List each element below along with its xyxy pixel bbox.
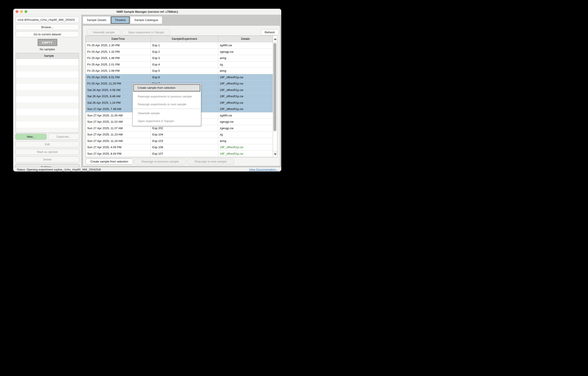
- cell-datetime: Sun 27 Apr 2025, 11.24 AM: [86, 138, 151, 144]
- cell-datetime: Fri 25 Apr 2025, 2.06 PM: [86, 68, 151, 74]
- column-header-details[interactable]: Details: [218, 36, 273, 42]
- cell-experiment: Exp 4: [151, 62, 218, 68]
- scrollbar-track[interactable]: [273, 42, 277, 151]
- sample-table-icon-column: [16, 53, 19, 59]
- table-row[interactable]: Sun 27 Apr 2025, 4.05 PMExp 10619F_offre…: [86, 144, 273, 151]
- magnet-status-badge: EMPTY: [38, 39, 57, 46]
- duplicate-sample-button[interactable]: Duplicate...: [48, 134, 79, 140]
- timeline-table-header: Date/Time Sample/Experiment Details: [86, 36, 273, 42]
- cell-details: 19F_offresR1p.cw: [218, 106, 273, 112]
- sample-table-body[interactable]: [16, 59, 79, 133]
- cell-details: zg490.cw: [218, 113, 273, 119]
- status-bar: Status: Opening experiment sophia_r1rho_…: [13, 167, 281, 171]
- cell-details: zg490.cw: [218, 42, 273, 49]
- context-menu-item: View/edit sample: [133, 109, 200, 117]
- table-row[interactable]: Fri 25 Apr 2025, 1.30 PMExp 1zg490.cw: [86, 42, 273, 49]
- cell-datetime: Sun 27 Apr 2025, 4.05 PM: [86, 144, 151, 150]
- dataset-path-input[interactable]: [16, 17, 79, 23]
- cell-experiment: Exp 104: [151, 131, 218, 138]
- vertical-scrollbar[interactable]: [273, 36, 277, 157]
- context-menu: Create sample from selectionReassign exp…: [132, 84, 201, 126]
- cell-details: aring: [218, 68, 273, 74]
- context-menu-item: Open experiment in Topspin: [133, 117, 200, 125]
- arrow-up-icon: [274, 38, 277, 40]
- goto-current-dataset-button[interactable]: Go to current dataset: [16, 31, 79, 37]
- edit-sample-button[interactable]: Edit: [15, 141, 79, 147]
- table-row[interactable]: Fri 25 Apr 2025, 2.01 PMExp 4zg: [86, 62, 273, 68]
- reassign-next-sample-button[interactable]: Reassign to next sample: [187, 158, 234, 165]
- browse-button[interactable]: Browse...: [16, 24, 79, 30]
- column-header-datetime[interactable]: Date/Time: [86, 36, 151, 42]
- cell-experiment: Exp 2: [151, 49, 218, 55]
- cell-experiment: Exp 1: [151, 42, 218, 49]
- scroll-up-button[interactable]: [273, 36, 277, 42]
- cell-datetime: Sun 27 Apr 2025, 11.23 AM: [86, 131, 151, 138]
- cell-details: zg: [218, 62, 273, 68]
- cell-details: aring: [218, 138, 273, 144]
- table-row[interactable]: Fri 25 Apr 2025, 2.06 PMExp 5aring: [86, 68, 273, 74]
- open-topspin-button[interactable]: Open experiment in Topspin: [122, 29, 170, 35]
- traffic-lights: [16, 9, 27, 15]
- cell-details: zgesgp.cw: [218, 119, 273, 125]
- tab-timeline[interactable]: Timeline: [111, 17, 130, 24]
- cell-experiment: Exp 3: [151, 55, 218, 61]
- view-documentation-link[interactable]: View Documentation...: [249, 168, 278, 171]
- window-titlebar[interactable]: NMR Sample Manager (version ref: c788bdc…: [13, 9, 281, 15]
- close-window-button[interactable]: [16, 10, 18, 13]
- mark-ejected-button[interactable]: Mark as ejected: [15, 149, 79, 155]
- delete-sample-button[interactable]: Delete: [15, 157, 79, 163]
- cell-datetime: Sun 27 Apr 2025, 8.43 PM: [86, 151, 151, 157]
- cell-experiment: Exp 107: [151, 151, 218, 157]
- table-row[interactable]: Sun 27 Apr 2025, 11.24 AMExp 103aring: [86, 138, 273, 144]
- cell-experiment: Exp 6: [151, 74, 218, 81]
- create-sample-from-selection-button[interactable]: Create sample from selection: [86, 158, 133, 165]
- cell-details: 19F_offresR1p.cw: [218, 74, 273, 81]
- table-row[interactable]: Sun 27 Apr 2025, 11.23 AMExp 104zg: [86, 131, 273, 138]
- reassign-previous-sample-button[interactable]: Reassign to previous sample: [134, 158, 186, 165]
- tab-sample-details[interactable]: Sample Details: [83, 17, 110, 24]
- sample-table-header-label: Sample: [19, 53, 79, 59]
- cell-details: zgesgp.cw: [218, 125, 273, 131]
- cell-details: zg: [218, 131, 273, 138]
- cell-details: 19F_offresR1p.cw: [218, 87, 273, 93]
- table-row[interactable]: Sun 27 Apr 2025, 8.43 PMExp 10719F_offre…: [86, 151, 273, 157]
- view-edit-sample-button[interactable]: View/edit sample: [87, 29, 120, 35]
- sample-table-header: Sample: [16, 53, 79, 59]
- cell-details: zgesgp.cw: [218, 49, 273, 55]
- scrollbar-thumb[interactable]: [273, 43, 276, 131]
- column-header-sample-experiment[interactable]: Sample/Experiment: [151, 36, 218, 42]
- table-row[interactable]: Fri 25 Apr 2025, 1.48 PMExp 3aring: [86, 55, 273, 62]
- cell-experiment: Exp 5: [151, 68, 218, 74]
- sample-actions: New... Duplicate... Edit Mark as ejected…: [15, 134, 79, 171]
- status-text: Status: Opening experiment sophia_r1rho_…: [17, 168, 249, 171]
- context-menu-item: Reassign experiments to previous sample: [133, 93, 200, 100]
- table-row[interactable]: Fri 25 Apr 2025, 6.51 PMExp 619F_offresR…: [86, 74, 273, 81]
- cell-details: 19F_offresR1p.cw: [218, 81, 273, 87]
- scroll-down-button[interactable]: [273, 151, 277, 157]
- tab-sample-catalogue[interactable]: Sample Catalogue: [131, 17, 162, 24]
- cell-experiment: Exp 103: [151, 138, 218, 144]
- cell-datetime: Fri 25 Apr 2025, 2.01 PM: [86, 62, 151, 68]
- cell-details: 19F_offresR1p.cw: [218, 144, 273, 150]
- zoom-window-button[interactable]: [25, 10, 27, 13]
- window-title: NMR Sample Manager (version ref: c788bdc…: [116, 10, 178, 13]
- no-samples-label: No samples: [16, 48, 79, 51]
- sample-list-table[interactable]: Sample: [16, 53, 79, 133]
- cell-details: 19F_offresR1p.cw: [218, 151, 273, 157]
- desktop-background: NMR Sample Manager (version ref: c788bdc…: [0, 0, 294, 188]
- minimize-window-button[interactable]: [20, 10, 23, 13]
- cell-datetime: Fri 25 Apr 2025, 1.48 PM: [86, 55, 151, 61]
- refresh-button[interactable]: Refresh: [261, 29, 279, 35]
- arrow-down-icon: [274, 153, 277, 155]
- cell-details: 19F_offresR1p.cw: [218, 93, 273, 99]
- context-menu-item: Reassign experiments to next sample: [133, 100, 200, 108]
- menu-separator: [133, 92, 200, 92]
- new-sample-button[interactable]: New...: [15, 134, 46, 140]
- menu-separator: [133, 109, 200, 109]
- context-menu-item[interactable]: Create sample from selection: [133, 84, 200, 91]
- cell-datetime: Fri 25 Apr 2025, 6.51 PM: [86, 74, 151, 81]
- table-row[interactable]: Fri 25 Apr 2025, 1.32 PMExp 2zgesgp.cw: [86, 49, 273, 55]
- cell-datetime: Fri 25 Apr 2025, 1.30 PM: [86, 42, 151, 49]
- cell-datetime: Fri 25 Apr 2025, 1.32 PM: [86, 49, 151, 55]
- cell-experiment: Exp 106: [151, 144, 218, 150]
